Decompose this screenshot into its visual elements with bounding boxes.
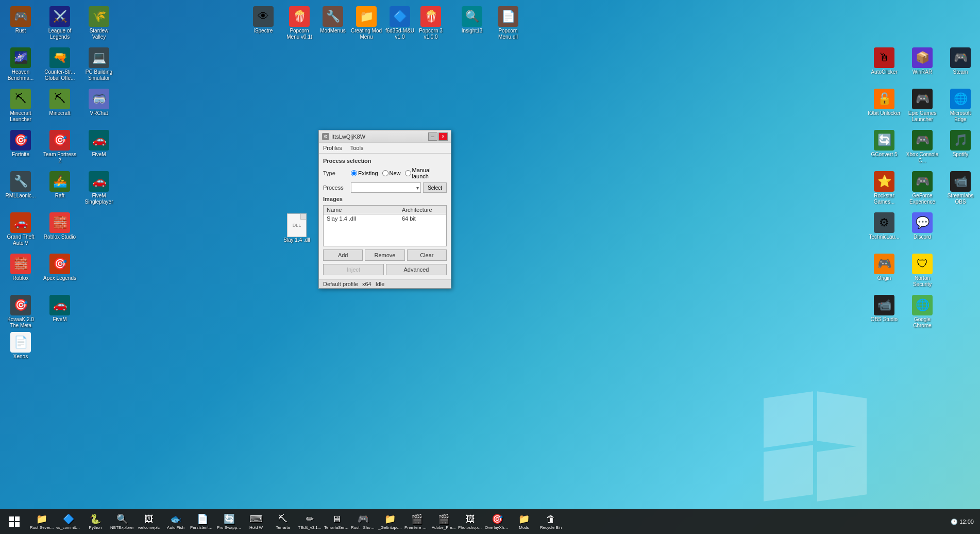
taskbar-item-autofish[interactable]: 🐟 Auto Fish (163, 510, 189, 533)
desktop-icon-modmenus[interactable]: 🔧 ModMenus (314, 4, 351, 36)
taskbar-item-nbtexplorer[interactable]: 🔍 NBTExplorer (109, 510, 135, 533)
col-arch-header: Architecture (402, 207, 443, 213)
desktop-icon-rockstar-r[interactable]: ⭐ Rockstar Games... (866, 169, 903, 207)
status-idle: Idle (376, 281, 385, 287)
radio-new-input[interactable] (382, 170, 388, 176)
desktop-icon-pcbuilding[interactable]: 💻 PC Building Simulator (80, 45, 117, 84)
desktop-icon-spectre[interactable]: 👁 iSpectre (245, 4, 282, 36)
desktop-icon-xenos[interactable]: 📄 Xenos (2, 330, 39, 362)
taskbar-item-proswapper[interactable]: 🔄 Pro Swapper 0.3.6 (216, 510, 242, 533)
clear-button[interactable]: Clear (407, 249, 447, 261)
desktop-icon-slay-file[interactable]: DLL Slay 1.4 .dll (278, 211, 315, 245)
desktop-icon-discord-r[interactable]: 💬 Discord (904, 210, 941, 242)
dialog-statusbar: Default profile x64 Idle (319, 279, 451, 288)
taskbar-item-rust-shortcut[interactable]: 🎮 Rust - Shortcut (350, 510, 376, 533)
desktop-icon-stardew[interactable]: 🌾 Stardew Valley (80, 4, 117, 42)
desktop-icon-obs-r[interactable]: 📹 OBS Studio (866, 293, 903, 325)
desktop-icon-streamlabs-r[interactable]: 📹 Streamlabs OBS (942, 169, 979, 207)
taskbar-item-holdw[interactable]: ⌨ Hold W (243, 510, 269, 533)
taskbar-item-python[interactable]: 🐍 Python (82, 510, 108, 533)
desktop-icon-edge-r[interactable]: 🌐 Microsoft Edge (942, 87, 979, 125)
taskbar-item-terrariaserver[interactable]: 🖥 TerrariaServer (324, 510, 349, 533)
process-field-row: Process Select (323, 182, 447, 193)
taskbar-item-vs[interactable]: 🔷 vs_commitu... (56, 510, 81, 533)
taskbar-item-premiere[interactable]: 🎬 Premiere Pro CC 2020 (404, 510, 430, 533)
slay-file-label: Slay 1.4 .dll (283, 237, 310, 243)
inject-button[interactable]: Inject (323, 264, 384, 275)
desktop-icon-fortnite[interactable]: 🎯 Fortnite (2, 128, 39, 160)
dialog-titlebar[interactable]: ⚙ IttsLwQljK8W – × (319, 130, 451, 143)
desktop-icon-insight[interactable]: 🔍 Insight13 (453, 4, 491, 36)
desktop-icon-epic-r[interactable]: 🎮 Epic Games Launcher (904, 87, 941, 125)
taskbar-item-rust-server[interactable]: 📁 Rust-Sever... (29, 510, 55, 533)
desktop-icon-creating[interactable]: 📁 Creating Mod Menu (348, 4, 385, 42)
taskbar-item-mods[interactable]: 📁 Mods (511, 510, 537, 533)
desktop-icon-kovaak[interactable]: 🎯 KovaaK 2.0 The Meta (2, 293, 39, 331)
taskbar: 📁 Rust-Sever... 🔷 vs_commitu... 🐍 Python… (0, 509, 980, 534)
desktop-icon-origin-r[interactable]: 🎮 Origin (866, 252, 903, 283)
desktop-icon-csglobal[interactable]: 🔫 Counter-Str... Global Offe... (41, 45, 78, 84)
radio-existing-label: Existing (358, 170, 378, 176)
remove-button[interactable]: Remove (365, 249, 404, 261)
desktop-icon-fivem[interactable]: 🚗 FiveM (80, 128, 117, 160)
desktop-icon-winrar-r[interactable]: 📦 WinRAR (904, 45, 941, 77)
taskbar-item-terraria[interactable]: ⛏ Terraria (270, 510, 296, 533)
dll-row[interactable]: Slay 1.4 .dll 64 bit (324, 214, 446, 223)
desktop-icon-fivem2[interactable]: 🚗 FiveM (41, 293, 78, 325)
desktop-icon-chrome-r[interactable]: 🌐 Google Chrome (904, 293, 941, 331)
dialog-minimize-button[interactable]: – (428, 132, 437, 141)
desktop-icon-rmllaonic[interactable]: 🔧 RMLLaonic... (2, 169, 39, 201)
taskbar-item-recyclebin[interactable]: 🗑 Recycle Bin (538, 510, 564, 533)
taskbar-item-overlayxhair[interactable]: 🎯 OverlayXhair v1.4 (484, 510, 510, 533)
advanced-button[interactable]: Advanced (386, 264, 447, 275)
desktop-icon-steam-r[interactable]: 🎮 Steam (942, 45, 979, 77)
taskbar-item-photoshopac[interactable]: 🖼 Photoshop Accessories (458, 510, 483, 533)
desktop-icon-gta[interactable]: 🚗 Grand Theft Auto V (2, 210, 39, 248)
desktop-icon-vrchat[interactable]: 🥽 VRChat (80, 87, 117, 119)
desktop-icon-tf2[interactable]: 🎯 Team Fortress 2 (41, 128, 78, 166)
taskbar-item-getintopc[interactable]: 📁 _Getintopc... (377, 510, 403, 533)
radio-existing[interactable]: Existing (351, 170, 378, 176)
add-button[interactable]: Add (323, 249, 363, 261)
radio-existing-input[interactable] (351, 170, 357, 176)
taskbar-item-welcomepic[interactable]: 🖼 welcomepic (136, 510, 162, 533)
desktop-icon-technic-r[interactable]: ⚙ TechnicLau... (866, 210, 903, 242)
desktop-icon-iobit-r[interactable]: 🔓 IObit Unlocker (866, 87, 903, 119)
dialog-close-button[interactable]: × (438, 132, 448, 141)
desktop-icon-rust[interactable]: 🎮 Rust (2, 4, 39, 36)
taskbar-item-tedit[interactable]: ✏ TEdit_v3.1... (297, 510, 323, 533)
type-label: Type (323, 170, 348, 176)
desktop-icon-roblox2[interactable]: 🧱 Roblox (2, 252, 39, 283)
desktop-icon-apexleg[interactable]: 🎯 Apex Legends (41, 252, 78, 283)
desktop-icon-lol[interactable]: ⚔️ League of Legends (41, 4, 78, 42)
taskbar-clock[interactable]: 🕐 12:00 (951, 519, 974, 525)
radio-new[interactable]: New (382, 170, 401, 176)
process-select[interactable] (351, 182, 421, 193)
status-arch: x64 (362, 281, 371, 287)
desktop-icon-xbox-r[interactable]: 🎮 Xbox Console C... (904, 128, 941, 166)
desktop-icon-minecraft-launcher[interactable]: ⛏ Minecraft Launcher (2, 87, 39, 125)
radio-manual-input[interactable] (405, 170, 411, 176)
desktop-icon-popcdll[interactable]: 📄 Popcorn Menu.dll (489, 4, 527, 42)
dialog-menubar: Profiles Tools (319, 143, 451, 154)
taskbar-item-persistentw[interactable]: 📄 PersistentW... (190, 510, 215, 533)
dialog-controls: – × (428, 132, 448, 141)
desktop-icon-raft[interactable]: 🚣 Raft (41, 169, 78, 201)
taskbar-item-adobepre[interactable]: 🎬 Adobe_Pre... (431, 510, 457, 533)
desktop-icon-autoclicker-r[interactable]: 🖱 AutoClicker (866, 45, 903, 77)
desktop-icon-minecraft[interactable]: ⛏ Minecraft (41, 87, 78, 119)
radio-manual[interactable]: Manual launch (405, 167, 447, 179)
desktop-icon-geforce-r[interactable]: 🎮 GeForce Experience (904, 169, 941, 207)
menu-tools[interactable]: Tools (346, 144, 368, 152)
menu-profiles[interactable]: Profiles (319, 144, 346, 152)
desktop-icon-gconvert-r[interactable]: 🔄 GConvert 5 (866, 128, 903, 160)
start-button[interactable] (2, 509, 27, 534)
desktop-icon-roblox[interactable]: 🧱 Roblox Studio (41, 210, 78, 242)
desktop-icon-popcorn3[interactable]: 🍿 Popcorn 3 v1.0.0 (412, 4, 449, 42)
desktop-icon-fivemsp[interactable]: 🚗 FiveM Singleplayer (80, 169, 117, 207)
desktop-icon-popcorn1[interactable]: 🍿 Popcorn Menu v0.1t (281, 4, 318, 42)
desktop-icon-norton-r[interactable]: 🛡 Norton Security (904, 252, 941, 290)
desktop-icon-spotify-r[interactable]: 🎵 Spotify (942, 128, 979, 160)
desktop-icon-heaven[interactable]: 🌌 Heaven Benchma... (2, 45, 39, 84)
select-button[interactable]: Select (423, 182, 447, 193)
